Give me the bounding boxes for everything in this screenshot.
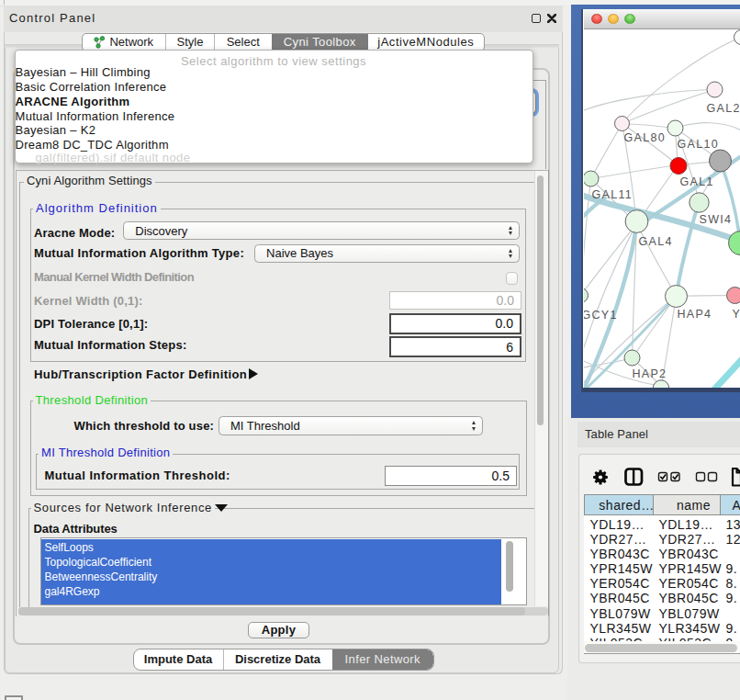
svg-text:GCY1: GCY1 <box>584 309 618 322</box>
svg-text:HAP2: HAP2 <box>632 367 667 380</box>
svg-text:GAL11: GAL11 <box>591 188 633 201</box>
svg-text:GAL80: GAL80 <box>623 130 665 143</box>
svg-text:YD: YD <box>732 308 740 321</box>
svg-text:GAL1: GAL1 <box>679 175 713 187</box>
svg-text:GAL10: GAL10 <box>677 137 718 150</box>
svg-text:SWI4: SWI4 <box>699 213 732 226</box>
svg-text:GAL4: GAL4 <box>638 235 672 248</box>
svg-text:HAP4: HAP4 <box>677 308 712 321</box>
svg-text:GAL2: GAL2 <box>706 101 740 114</box>
